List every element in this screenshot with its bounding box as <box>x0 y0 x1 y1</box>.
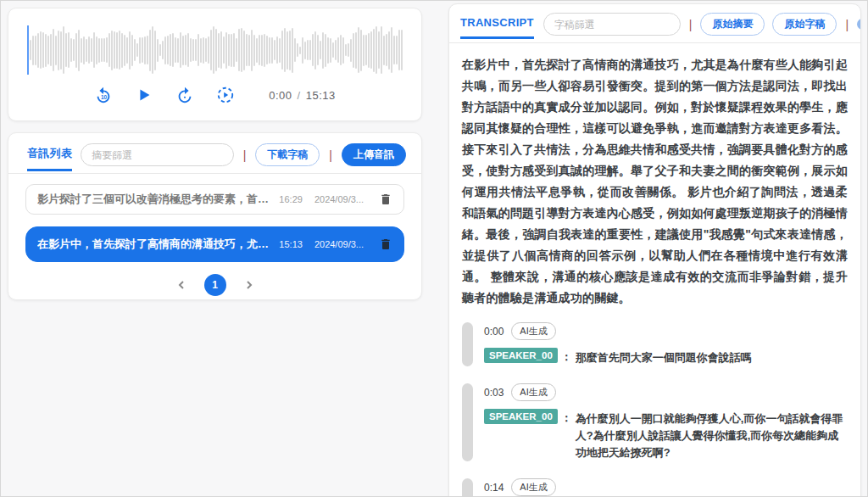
delete-icon[interactable] <box>379 193 392 206</box>
waveform-bar <box>368 33 370 68</box>
waveform-bar <box>185 35 186 65</box>
waveform-bar <box>220 31 222 69</box>
tab-transcript[interactable]: TRANSCRIPT <box>460 16 534 39</box>
entry-text[interactable]: 那麼首先問大家一個問題你會說話嗎 <box>576 348 848 366</box>
waveform-bar <box>30 40 31 60</box>
waveform-bar <box>101 38 103 62</box>
playback-speed-button[interactable] <box>216 86 235 104</box>
waveform-bar <box>228 34 230 66</box>
waveform-bar <box>259 35 260 65</box>
waveform-bar <box>388 31 390 70</box>
waveform-bar <box>264 34 265 67</box>
waveform-bar <box>192 39 194 61</box>
prev-page-button[interactable] <box>177 281 186 289</box>
waveform-bar <box>401 30 403 70</box>
waveform-bar <box>32 36 34 65</box>
download-transcript-button[interactable]: 下載字稿 <box>255 143 320 166</box>
waveform-bar <box>98 38 100 63</box>
total-time: 15:13 <box>306 89 336 102</box>
waveform-bar <box>292 28 293 73</box>
waveform-bar <box>373 29 375 72</box>
waveform-bar <box>358 27 359 73</box>
waveform-bar <box>131 35 133 66</box>
waveform-bar <box>383 36 385 65</box>
waveform-bar <box>182 36 184 65</box>
entry-text[interactable]: 為什麼別人一開口就能夠俘獲人心,而你一句話就會得罪人?為什麼別人說話讓人覺得你懂… <box>576 409 848 461</box>
waveform-bar <box>350 39 352 62</box>
playhead-cursor[interactable] <box>27 25 29 75</box>
tab-audio-list[interactable]: 音訊列表 <box>27 146 72 171</box>
waveform-bar <box>246 34 248 66</box>
transcript-entry[interactable]: 0:00AI生成SPEAKER_00：那麼首先問大家一個問題你會說話嗎 <box>462 322 848 366</box>
audio-list-item[interactable]: 影片探討了三個可以改善消極思考的要素，首先強調性...16:292024/09/… <box>25 184 404 215</box>
waveform-bar <box>42 32 44 68</box>
header-divider: | <box>328 148 333 162</box>
time-separator: / <box>298 89 301 102</box>
waveform-bar <box>225 32 227 69</box>
transcript-entry[interactable]: 0:14AI生成SPEAKER_00：說話真的就是說話嗎怎麼樣才能把話說到別人心… <box>462 478 848 497</box>
waveform-bar <box>256 38 258 63</box>
waveform-bar <box>121 33 123 68</box>
waveform-bar <box>335 40 337 60</box>
waveform-bar <box>320 41 321 59</box>
waveform-bar <box>205 38 207 62</box>
waveform-bar <box>376 26 377 74</box>
waveform-bar <box>342 37 344 64</box>
waveform-bar <box>233 33 235 67</box>
waveform-bar <box>337 37 339 63</box>
waveform-bar <box>167 36 169 64</box>
header-divider: | <box>242 148 248 162</box>
autosave-toggle[interactable] <box>857 19 861 30</box>
waveform-bar <box>154 31 156 70</box>
waveform-bar <box>231 34 232 67</box>
transcript-entries: 0:00AI生成SPEAKER_00：那麼首先問大家一個問題你會說話嗎0:03A… <box>462 322 848 497</box>
waveform-bar <box>114 31 115 69</box>
waveform-bar <box>302 37 303 64</box>
original-summary-button[interactable]: 原始摘要 <box>700 13 765 36</box>
waveform-bars <box>27 25 403 75</box>
next-page-button[interactable] <box>245 281 253 289</box>
delete-icon[interactable] <box>379 237 392 251</box>
waveform-bar <box>218 33 220 68</box>
upload-audio-button[interactable]: 上傳音訊 <box>342 143 406 166</box>
waveform-bar <box>281 31 283 70</box>
waveform-bar <box>37 33 39 68</box>
forward-10-button[interactable] <box>175 86 194 104</box>
colon-separator: ： <box>561 348 572 365</box>
waveform-bar <box>297 43 298 57</box>
waveform-bar <box>314 31 316 70</box>
speaker-color-bar <box>462 478 473 497</box>
rewind-10-button[interactable]: 10 <box>94 86 113 104</box>
original-transcript-button[interactable]: 原始字稿 <box>772 13 837 36</box>
app-root: { "colors": { "accent": "#1a73e8", "spea… <box>0 0 868 497</box>
waveform-bar <box>345 44 347 56</box>
audio-list-card: 音訊列表 | 下載字稿 | 上傳音訊 影片探討了三個可以改善消極思考的要素，首先… <box>8 132 422 300</box>
entry-timestamp: 0:00 <box>484 326 504 338</box>
waveform-bar <box>287 31 288 70</box>
waveform-bar <box>365 35 367 65</box>
waveform-bar <box>55 36 57 65</box>
waveform-bar <box>60 31 62 70</box>
summary-filter-input[interactable] <box>81 143 234 166</box>
transcript-filter-input[interactable] <box>543 13 681 36</box>
waveform-bar <box>78 30 80 71</box>
waveform-bar <box>195 39 197 61</box>
waveform-bar <box>279 38 281 63</box>
waveform-bar <box>386 34 387 66</box>
play-button[interactable] <box>135 86 153 104</box>
waveform-bar <box>152 26 153 74</box>
transcript-entry[interactable]: 0:03AI生成SPEAKER_00：為什麼別人一開口就能夠俘獲人心,而你一句話… <box>462 383 848 461</box>
page-number[interactable]: 1 <box>204 274 226 296</box>
waveform-bar <box>106 37 108 63</box>
waveform-bar <box>47 36 49 64</box>
waveform-bar <box>40 31 42 69</box>
audio-list-item[interactable]: 在影片中，首先探討了高情商的溝通技巧，尤其是為什...15:132024/09/… <box>25 226 404 262</box>
waveform-bar <box>149 30 151 71</box>
waveform-bar <box>271 37 273 64</box>
waveform[interactable] <box>27 25 403 75</box>
entry-content: 0:03AI生成SPEAKER_00：為什麼別人一開口就能夠俘獲人心,而你一句話… <box>484 383 848 461</box>
waveform-bar <box>88 36 90 64</box>
waveform-bar <box>200 38 202 63</box>
waveform-bar <box>73 39 75 61</box>
speaker-badge: SPEAKER_00 <box>484 409 558 424</box>
